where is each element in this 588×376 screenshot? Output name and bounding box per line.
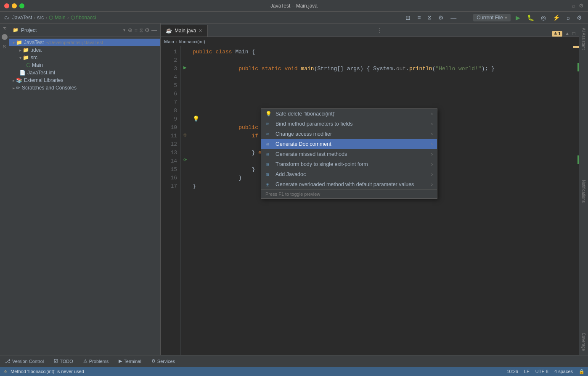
- ctx-gen-test[interactable]: ≋ Generate missed test methods ›: [261, 149, 437, 159]
- ctx-change-access[interactable]: ≋ Change access modifier ›: [261, 129, 437, 139]
- settings-tree-icon[interactable]: ⚙: [145, 27, 150, 34]
- filter-icon[interactable]: ⧖: [426, 13, 433, 22]
- tab-vc-label: Version Control: [12, 359, 44, 364]
- tree-item-idea[interactable]: ▸ 📁 .idea: [9, 46, 160, 54]
- tab-version-control[interactable]: ⎇ Version Control: [3, 358, 45, 364]
- breadcrumb-editor: Main › fibonacci(int): [161, 37, 579, 46]
- close-panel-icon[interactable]: —: [449, 13, 458, 22]
- breadcrumb-fibonacci[interactable]: ⬡ fibonacci: [71, 15, 96, 21]
- profile-button[interactable]: ⚡: [551, 13, 562, 22]
- ai-assistant-label[interactable]: AI Assistant: [580, 24, 587, 54]
- collapse-all-icon[interactable]: ⊟: [404, 13, 412, 22]
- git-icon: 🔒: [579, 369, 585, 374]
- tab-java-icon: ☕: [166, 28, 172, 34]
- cursor-position[interactable]: 10:26: [506, 369, 518, 374]
- tab-close-button[interactable]: ✕: [199, 28, 202, 34]
- tab-terminal-label: Terminal: [124, 359, 141, 364]
- bc-main-class[interactable]: Main: [164, 39, 174, 44]
- expand-editor-icon[interactable]: ▲: [565, 31, 570, 37]
- tree-item-javatest[interactable]: ▾ 📁 JavaTest ~/Developer/intellij/JavaTe…: [9, 39, 160, 46]
- ctx-gen-doc-arrow: ›: [431, 141, 433, 147]
- code-editor[interactable]: public class Main { public static void m…: [189, 46, 573, 355]
- settings-main-icon[interactable]: ⚙: [575, 13, 584, 22]
- tree-item-main[interactable]: ⬡ Main: [9, 61, 160, 69]
- bc-fibonacci[interactable]: fibonacci(int): [179, 39, 205, 44]
- version-control-icon: ⎇: [5, 358, 11, 364]
- coverage-label[interactable]: Coverage: [580, 329, 587, 355]
- collapse-icon[interactable]: ≡: [134, 27, 138, 34]
- right-title-icons: ⌕ ⚙: [572, 3, 584, 9]
- run-config-dropdown-icon[interactable]: ▾: [505, 15, 507, 21]
- todo-icon: ☑: [54, 358, 58, 364]
- maximize-button[interactable]: [19, 3, 24, 8]
- status-right: 10:26 LF UTF-8 4 spaces 🔒: [506, 369, 585, 374]
- ctx-safe-delete-arrow: ›: [431, 111, 433, 117]
- search-icon[interactable]: ⌕: [572, 3, 575, 9]
- ctx-transform-body[interactable]: ≋ Transform body to single exit-point fo…: [261, 159, 437, 169]
- problems-icon: ⚠: [83, 358, 87, 364]
- project-tree: ▾ 📁 JavaTest ~/Developer/intellij/JavaTe…: [9, 37, 160, 355]
- locate-file-icon[interactable]: ⊕: [128, 27, 132, 34]
- code-line-6: [193, 90, 569, 98]
- run-button[interactable]: ▶: [514, 13, 522, 22]
- tab-options-button[interactable]: ⋮: [373, 27, 386, 34]
- refactor-icon-4: ≋: [265, 151, 273, 157]
- encoding[interactable]: UTF-8: [535, 369, 548, 374]
- bulb-ctx-icon: 💡: [265, 111, 273, 117]
- line-separator[interactable]: LF: [524, 369, 530, 374]
- ctx-bind-params[interactable]: ≋ Bind method parameters to fields ›: [261, 119, 437, 129]
- project-dropdown-icon[interactable]: ▾: [123, 28, 125, 32]
- window-controls: [4, 3, 24, 8]
- tree-path-javatest: ~/Developer/intellij/JavaTest: [45, 40, 103, 45]
- scratches-icon: ✏: [16, 85, 20, 91]
- tab-services[interactable]: ⚙ Services: [150, 358, 177, 364]
- editor-content[interactable]: 1 2 3 4 5 6 7 8 9 10 11 12 13 14 15 16 1…: [161, 46, 579, 355]
- close-tree-icon[interactable]: —: [151, 27, 157, 34]
- bookmarks-icon[interactable]: [2, 34, 8, 40]
- minimize-button[interactable]: [12, 3, 17, 8]
- tree-item-iml[interactable]: 📄 JavaTest.iml: [9, 69, 160, 76]
- coverage-button[interactable]: ◎: [539, 13, 548, 22]
- code-line-7: [193, 98, 569, 107]
- split-editor-icon[interactable]: □: [572, 31, 575, 37]
- bottom-bar: ⎇ Version Control ☑ TODO ⚠ Problems ▶ Te…: [0, 355, 588, 367]
- status-warning-icon: ⚠: [3, 369, 8, 374]
- structure-side-icon[interactable]: S: [3, 42, 6, 51]
- ctx-safe-delete[interactable]: 💡 Safe delete 'fibonacci(int)' ›: [261, 109, 437, 119]
- code-line-5: [193, 82, 569, 90]
- notifications-label[interactable]: Notifications: [580, 176, 587, 207]
- search-global-icon[interactable]: ⌕: [565, 13, 572, 22]
- ctx-footer: Press F1 to toggle preview: [261, 189, 437, 198]
- ctx-gen-overloaded[interactable]: ⊞ Generate overloaded method with defaul…: [261, 179, 437, 189]
- debug-button[interactable]: 🐛: [525, 13, 536, 22]
- structure-icon[interactable]: ≡: [416, 13, 422, 22]
- tab-todo[interactable]: ☑ TODO: [52, 358, 75, 364]
- project-title: Project: [21, 27, 121, 33]
- ctx-add-javadoc-label: Add Javadoc: [275, 171, 431, 177]
- filter-tree-icon[interactable]: ⧖: [139, 27, 143, 34]
- settings-icon[interactable]: ⚙: [579, 3, 584, 9]
- ctx-add-javadoc[interactable]: ≋ Add Javadoc ›: [261, 169, 437, 179]
- tree-item-scratches[interactable]: ▸ ✏ Scratches and Consoles: [9, 84, 160, 92]
- ctx-gen-doc[interactable]: ≋ Generate Doc comment ›: [261, 139, 437, 149]
- tree-item-src[interactable]: ▾ 📁 src: [9, 54, 160, 61]
- indent-info[interactable]: 4 spaces: [554, 369, 573, 374]
- run-config-label: Current File: [477, 15, 503, 21]
- breadcrumb-main[interactable]: ⬡ Main: [49, 15, 65, 21]
- tab-main-java-label: Main.java: [175, 28, 196, 34]
- left-strip-project[interactable]: P: [2, 25, 7, 32]
- tab-problems[interactable]: ⚠ Problems: [82, 358, 110, 364]
- window-title: JavaTest – Main.java: [270, 3, 318, 9]
- code-line-2: [193, 56, 569, 65]
- breadcrumb-javatest[interactable]: JavaTest: [12, 15, 32, 21]
- tab-main-java[interactable]: ☕ Main.java ✕: [161, 25, 208, 37]
- breadcrumb-src[interactable]: src: [37, 15, 44, 21]
- close-button[interactable]: [4, 3, 9, 8]
- settings-project-icon[interactable]: ⚙: [437, 13, 445, 22]
- tree-label-javatest: JavaTest: [24, 39, 44, 45]
- expand-arrow-ext: ▸: [13, 78, 15, 83]
- project-icon: 🗂: [4, 15, 9, 21]
- tree-label-idea: .idea: [31, 47, 42, 53]
- tree-item-ext-libs[interactable]: ▸ 📚 External Libraries: [9, 76, 160, 84]
- tab-terminal[interactable]: ▶ Terminal: [117, 358, 143, 364]
